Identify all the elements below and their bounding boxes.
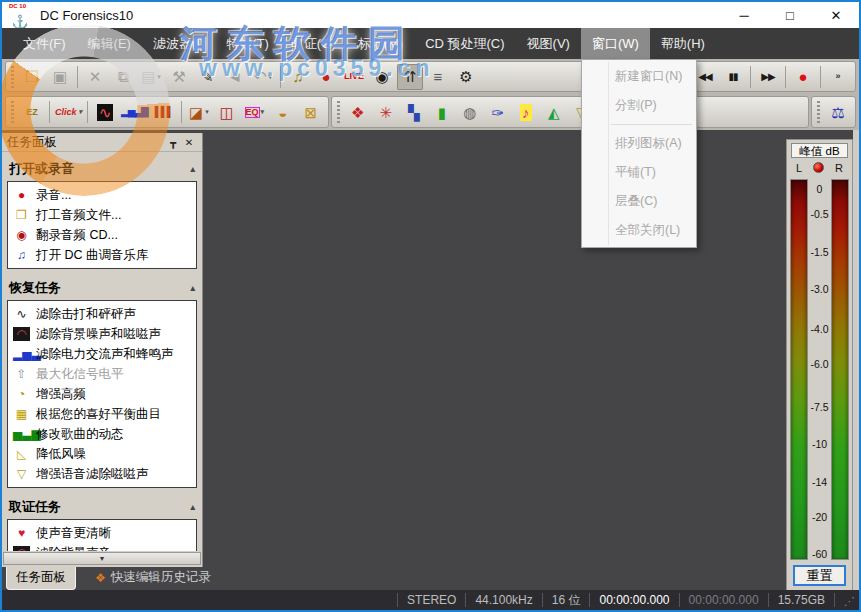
task-section-header[interactable]: 恢复任务 ▴ — [7, 277, 197, 300]
balance-icon[interactable]: ⊠ — [298, 99, 324, 125]
undo-icon[interactable]: ↶▾ — [250, 64, 276, 90]
task-filter-clicks[interactable]: ∿ 滤除击打和砰砰声 — [10, 304, 194, 324]
delete-icon[interactable]: ✕ — [82, 64, 108, 90]
tile-view-icon[interactable]: ◪▾ — [186, 99, 212, 125]
eq-icon[interactable]: EQ▾ — [242, 99, 268, 125]
task-enhance-treble[interactable]: ◔ 增强高频 — [10, 384, 194, 404]
maximize-button[interactable]: □ — [767, 2, 813, 28]
settings-gear-icon[interactable]: ⚙ — [453, 64, 479, 90]
task-enhance-voice[interactable]: ▽ 增强语音滤除嗞嗞声 — [10, 464, 194, 484]
tab-icon: ❖ — [95, 571, 106, 585]
menu-item-new-window[interactable]: 新建窗口(N) — [582, 62, 696, 91]
task-item-label: 滤除击打和砰砰声 — [36, 306, 136, 323]
click-filter-icon[interactable]: Click▾ — [54, 99, 83, 125]
rip-cd-icon[interactable]: ● — [313, 64, 339, 90]
task-filter-background-noise[interactable]: ◠ 滤除背景噪声和嗞嗞声 — [10, 324, 194, 344]
menu-item-split[interactable]: 分割(P) — [582, 91, 696, 120]
menu-item-close-all[interactable]: 全部关闭(L) — [582, 216, 696, 245]
paintbrush-icon[interactable]: ✑ — [485, 99, 511, 125]
power-hum-filter-icon[interactable]: ▂▅▃▇ — [120, 99, 149, 125]
task-balance-track[interactable]: ▦ 根据您的喜好平衡曲目 — [10, 404, 194, 424]
bottle-icon[interactable]: ▮ — [429, 99, 455, 125]
menu-file[interactable]: 文件(F) — [12, 28, 77, 59]
pause-button[interactable]: ▮▮ — [720, 64, 746, 90]
dropdown-arrow-icon: ▾ — [205, 108, 209, 116]
menu-markers[interactable]: 标记(M) — [347, 28, 415, 59]
task-reduce-wind-noise[interactable]: ◺ 降低风噪 — [10, 444, 194, 464]
meter-reset-button[interactable]: 重置 — [793, 565, 846, 586]
menu-item-arrange-icons[interactable]: 排列图标(A) — [582, 129, 696, 158]
live-record-icon[interactable]: LIVE — [341, 64, 367, 90]
copy-icon[interactable]: ⧉ — [110, 64, 136, 90]
task-section-header[interactable]: 取证任务 ▴ — [7, 496, 197, 519]
minimize-button[interactable]: ─ — [721, 2, 767, 28]
menu-help[interactable]: 帮助(H) — [650, 28, 716, 59]
declick-icon[interactable]: ✳ — [373, 99, 399, 125]
menu-window[interactable]: 窗口(W) — [581, 28, 650, 59]
level-meters-icon[interactable]: ⇈ — [397, 64, 423, 90]
task-filter-background-sound[interactable]: ◠ 滤除背景声音 — [10, 543, 194, 551]
spread-spectrum-icon[interactable]: ◭ — [541, 99, 567, 125]
scatter-icon[interactable]: ▚ — [401, 99, 427, 125]
resize-grip-icon[interactable]: ⋰ — [844, 595, 855, 608]
open-file-icon[interactable]: ❐ — [19, 64, 45, 90]
track-list-icon[interactable]: ≡ — [425, 64, 451, 90]
record-button[interactable]: ● — [790, 64, 816, 90]
mute-speaker-icon[interactable]: ◄ — [222, 64, 248, 90]
task-section-header[interactable]: 打开或录音 ▴ — [7, 158, 197, 181]
toolbar-row-1: ❐▣✕⧉▤▾⚒✎◄↶▾♫●LIVE◉⇈≡⚙ ◀◀▮▮▶▶●» — [2, 59, 859, 94]
task-maximize-level[interactable]: ⇧ 最大化信号电平 — [10, 364, 194, 384]
tab-task-panel[interactable]: 任务面板 — [6, 567, 76, 590]
fx-toolbar-1: EZClick▾∿▂▅▃▇▌▌▌◪▾◫EQ▾◒⊠ — [5, 96, 329, 128]
tab-quick-edit-history[interactable]: ❖ 快速编辑历史记录 — [86, 567, 220, 589]
menu-filters[interactable]: 滤波器(I) — [142, 28, 215, 59]
toolbar-button-glyph: EZ — [26, 108, 38, 117]
task-open-audio-file[interactable]: ❐ 打工音频文件... — [10, 205, 194, 225]
panel-close-icon[interactable]: ✕ — [181, 135, 197, 150]
task-item-icon: ● — [13, 189, 30, 201]
task-item-label: 使声音更清晰 — [36, 525, 111, 542]
ez-clean-icon[interactable]: ❖ — [345, 99, 371, 125]
fast-forward-button[interactable]: ▶▶ — [755, 64, 781, 90]
menu-edit[interactable]: 编辑(E) — [77, 28, 142, 59]
task-record[interactable]: ● 录音... — [10, 185, 194, 205]
task-item-label: 最大化信号电平 — [36, 366, 124, 383]
music-notes-icon[interactable]: ♫ — [285, 64, 311, 90]
toolbar-button-glyph: ∿ — [97, 104, 114, 121]
pin-icon[interactable]: ┳ — [165, 135, 181, 150]
pencil-edit-icon[interactable]: ✎ — [194, 64, 220, 90]
menu-item-cascade[interactable]: 层叠(C) — [582, 187, 696, 216]
collapse-arrow-icon[interactable]: ▴ — [190, 164, 195, 174]
save-icon[interactable]: ▣ — [47, 64, 73, 90]
panel-scroll-down-button[interactable]: ▾ — [3, 552, 201, 565]
task-section: 取证任务 ▴ ♥ 使声音更清晰 ◠ 滤除背景声音 Ψ 放大背景耳语或声音 — [7, 496, 197, 551]
collapse-arrow-icon[interactable]: ▴ — [190, 502, 195, 512]
menu-cd-prep[interactable]: CD 预处理(C) — [414, 28, 515, 59]
task-rip-cd[interactable]: ◉ 翻录音频 CD... — [10, 225, 194, 245]
cd-writer-icon[interactable]: ◉ — [369, 64, 395, 90]
paste-icon[interactable]: ▤▾ — [138, 64, 164, 90]
music-note-icon[interactable]: ♪ — [513, 99, 539, 125]
task-modify-dynamics[interactable]: ▅▃▆ 修改歌曲的动态 — [10, 424, 194, 444]
close-button[interactable]: ✕ — [813, 2, 859, 28]
task-filter-hum[interactable]: ▂▅▃ 滤除电力交流声和蜂鸣声 — [10, 344, 194, 364]
main-toolbar: ❐▣✕⧉▤▾⚒✎◄↶▾♫●LIVE◉⇈≡⚙ — [5, 61, 676, 92]
task-clarify-voice[interactable]: ♥ 使声音更清晰 — [10, 523, 194, 543]
notebook-icon[interactable]: ◫ — [214, 99, 240, 125]
menu-item-tile[interactable]: 平铺(T) — [582, 158, 696, 187]
splitter-icon[interactable]: ◒ — [270, 99, 296, 125]
dial-icon[interactable]: ◍ — [457, 99, 483, 125]
ez-impulse-icon[interactable]: EZ — [19, 99, 45, 125]
clip-led-icon[interactable] — [813, 162, 824, 173]
toolbar-button-glyph: ⊠ — [305, 105, 318, 120]
task-open-dc-library[interactable]: ♫ 打开 DC 曲调音乐库 — [10, 245, 194, 265]
menu-effects[interactable]: 特效(T) — [215, 28, 280, 59]
menu-forensics[interactable]: 取证(O) — [280, 28, 347, 59]
menu-view[interactable]: 视图(V) — [516, 28, 581, 59]
repair-tool-icon[interactable]: ⚒ — [166, 64, 192, 90]
comb-filter-icon[interactable]: ▌▌▌ — [151, 99, 177, 125]
toolbar-overflow-chevron[interactable]: » — [825, 64, 851, 90]
collapse-arrow-icon[interactable]: ▴ — [190, 283, 195, 293]
ez-scales-icon[interactable]: ⚖ — [825, 99, 851, 125]
spectrum-filter-icon[interactable]: ∿ — [92, 99, 118, 125]
